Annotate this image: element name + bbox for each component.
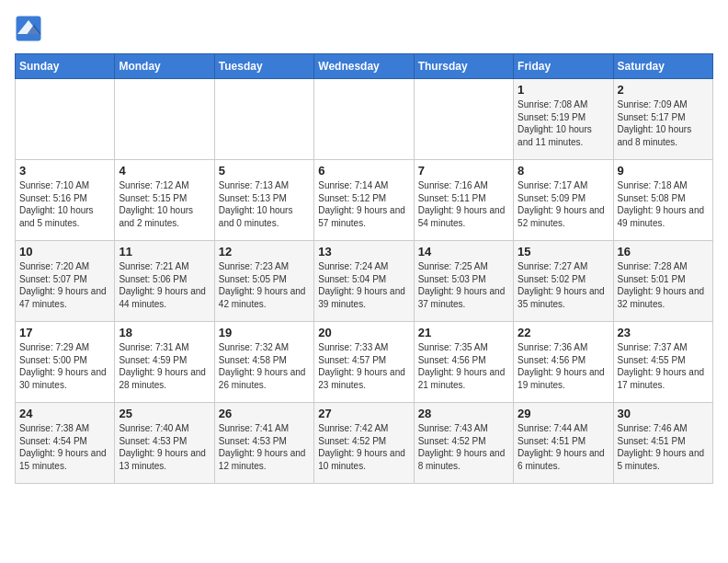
calendar-cell: 28Sunrise: 7:43 AMSunset: 4:52 PMDayligh… xyxy=(414,403,513,484)
day-number: 30 xyxy=(618,407,709,420)
day-info: Sunrise: 7:36 AMSunset: 4:56 PMDaylight:… xyxy=(518,341,609,391)
calendar-body: 1Sunrise: 7:08 AMSunset: 5:19 PMDaylight… xyxy=(16,79,713,484)
calendar-week-1: 1Sunrise: 7:08 AMSunset: 5:19 PMDaylight… xyxy=(16,79,713,160)
calendar-cell: 3Sunrise: 7:10 AMSunset: 5:16 PMDaylight… xyxy=(16,160,115,241)
day-info: Sunrise: 7:13 AMSunset: 5:13 PMDaylight:… xyxy=(219,179,310,229)
day-info: Sunrise: 7:17 AMSunset: 5:09 PMDaylight:… xyxy=(518,179,609,229)
day-number: 10 xyxy=(19,245,110,259)
day-number: 3 xyxy=(19,164,110,178)
day-number: 23 xyxy=(618,326,709,339)
day-header-thursday: Thursday xyxy=(414,54,513,79)
day-info: Sunrise: 7:33 AMSunset: 4:57 PMDaylight:… xyxy=(318,341,409,391)
day-number: 2 xyxy=(618,83,709,97)
day-info: Sunrise: 7:46 AMSunset: 4:51 PMDaylight:… xyxy=(618,422,709,472)
calendar-cell: 13Sunrise: 7:24 AMSunset: 5:04 PMDayligh… xyxy=(314,241,414,322)
logo-icon xyxy=(15,15,42,42)
day-info: Sunrise: 7:43 AMSunset: 4:52 PMDaylight:… xyxy=(418,422,509,472)
day-header-friday: Friday xyxy=(514,54,613,79)
day-info: Sunrise: 7:40 AMSunset: 4:53 PMDaylight:… xyxy=(119,422,210,472)
day-number: 14 xyxy=(418,245,509,259)
calendar-cell: 22Sunrise: 7:36 AMSunset: 4:56 PMDayligh… xyxy=(514,322,613,403)
calendar-cell: 1Sunrise: 7:08 AMSunset: 5:19 PMDaylight… xyxy=(514,79,613,160)
day-number: 27 xyxy=(318,407,409,420)
day-number: 9 xyxy=(618,164,709,178)
calendar-cell: 30Sunrise: 7:46 AMSunset: 4:51 PMDayligh… xyxy=(613,403,712,484)
calendar-cell: 23Sunrise: 7:37 AMSunset: 4:55 PMDayligh… xyxy=(613,322,712,403)
day-info: Sunrise: 7:27 AMSunset: 5:02 PMDaylight:… xyxy=(518,260,609,310)
calendar-table: SundayMondayTuesdayWednesdayThursdayFrid… xyxy=(15,53,713,484)
day-info: Sunrise: 7:28 AMSunset: 5:01 PMDaylight:… xyxy=(618,260,709,310)
day-number: 1 xyxy=(518,83,609,97)
day-header-monday: Monday xyxy=(115,54,214,79)
day-info: Sunrise: 7:21 AMSunset: 5:06 PMDaylight:… xyxy=(119,260,210,310)
day-info: Sunrise: 7:16 AMSunset: 5:11 PMDaylight:… xyxy=(418,179,509,229)
day-info: Sunrise: 7:20 AMSunset: 5:07 PMDaylight:… xyxy=(19,260,110,310)
day-info: Sunrise: 7:25 AMSunset: 5:03 PMDaylight:… xyxy=(418,260,509,310)
calendar-cell xyxy=(214,79,313,160)
day-info: Sunrise: 7:29 AMSunset: 5:00 PMDaylight:… xyxy=(19,341,110,391)
calendar-cell: 14Sunrise: 7:25 AMSunset: 5:03 PMDayligh… xyxy=(414,241,513,322)
day-number: 12 xyxy=(219,245,310,259)
day-number: 20 xyxy=(318,326,409,339)
day-number: 18 xyxy=(119,326,210,339)
calendar-cell: 4Sunrise: 7:12 AMSunset: 5:15 PMDaylight… xyxy=(115,160,214,241)
day-number: 11 xyxy=(119,245,210,259)
day-info: Sunrise: 7:37 AMSunset: 4:55 PMDaylight:… xyxy=(618,341,709,391)
page-header xyxy=(15,15,713,42)
day-number: 5 xyxy=(219,164,310,178)
day-number: 28 xyxy=(418,407,509,420)
calendar-cell: 10Sunrise: 7:20 AMSunset: 5:07 PMDayligh… xyxy=(16,241,115,322)
day-info: Sunrise: 7:38 AMSunset: 4:54 PMDaylight:… xyxy=(19,422,110,472)
day-info: Sunrise: 7:42 AMSunset: 4:52 PMDaylight:… xyxy=(318,422,409,472)
calendar-cell: 11Sunrise: 7:21 AMSunset: 5:06 PMDayligh… xyxy=(115,241,214,322)
day-number: 8 xyxy=(518,164,609,178)
calendar-cell: 6Sunrise: 7:14 AMSunset: 5:12 PMDaylight… xyxy=(314,160,414,241)
day-number: 15 xyxy=(518,245,609,259)
calendar-cell: 16Sunrise: 7:28 AMSunset: 5:01 PMDayligh… xyxy=(613,241,712,322)
day-number: 24 xyxy=(19,407,110,420)
day-number: 25 xyxy=(119,407,210,420)
day-number: 19 xyxy=(219,326,310,339)
day-number: 6 xyxy=(318,164,409,178)
day-number: 7 xyxy=(418,164,509,178)
calendar-week-5: 24Sunrise: 7:38 AMSunset: 4:54 PMDayligh… xyxy=(16,403,713,484)
calendar-cell: 7Sunrise: 7:16 AMSunset: 5:11 PMDaylight… xyxy=(414,160,513,241)
day-info: Sunrise: 7:09 AMSunset: 5:17 PMDaylight:… xyxy=(618,98,709,148)
calendar-cell: 8Sunrise: 7:17 AMSunset: 5:09 PMDaylight… xyxy=(514,160,613,241)
day-number: 26 xyxy=(219,407,310,420)
calendar-cell: 15Sunrise: 7:27 AMSunset: 5:02 PMDayligh… xyxy=(514,241,613,322)
day-info: Sunrise: 7:24 AMSunset: 5:04 PMDaylight:… xyxy=(318,260,409,310)
day-info: Sunrise: 7:44 AMSunset: 4:51 PMDaylight:… xyxy=(518,422,609,472)
day-number: 16 xyxy=(618,245,709,259)
calendar-cell xyxy=(414,79,513,160)
calendar-cell xyxy=(115,79,214,160)
calendar-cell: 26Sunrise: 7:41 AMSunset: 4:53 PMDayligh… xyxy=(214,403,313,484)
calendar-week-3: 10Sunrise: 7:20 AMSunset: 5:07 PMDayligh… xyxy=(16,241,713,322)
day-header-tuesday: Tuesday xyxy=(214,54,313,79)
calendar-cell: 5Sunrise: 7:13 AMSunset: 5:13 PMDaylight… xyxy=(214,160,313,241)
day-info: Sunrise: 7:31 AMSunset: 4:59 PMDaylight:… xyxy=(119,341,210,391)
day-number: 21 xyxy=(418,326,509,339)
calendar-cell: 17Sunrise: 7:29 AMSunset: 5:00 PMDayligh… xyxy=(16,322,115,403)
calendar-cell: 21Sunrise: 7:35 AMSunset: 4:56 PMDayligh… xyxy=(414,322,513,403)
calendar-cell: 27Sunrise: 7:42 AMSunset: 4:52 PMDayligh… xyxy=(314,403,414,484)
day-number: 13 xyxy=(318,245,409,259)
day-number: 17 xyxy=(19,326,110,339)
calendar-cell xyxy=(314,79,414,160)
calendar-header-row: SundayMondayTuesdayWednesdayThursdayFrid… xyxy=(16,54,713,79)
day-header-saturday: Saturday xyxy=(613,54,712,79)
day-info: Sunrise: 7:14 AMSunset: 5:12 PMDaylight:… xyxy=(318,179,409,229)
calendar-cell: 20Sunrise: 7:33 AMSunset: 4:57 PMDayligh… xyxy=(314,322,414,403)
calendar-cell: 9Sunrise: 7:18 AMSunset: 5:08 PMDaylight… xyxy=(613,160,712,241)
calendar-cell: 18Sunrise: 7:31 AMSunset: 4:59 PMDayligh… xyxy=(115,322,214,403)
calendar-cell: 24Sunrise: 7:38 AMSunset: 4:54 PMDayligh… xyxy=(16,403,115,484)
day-info: Sunrise: 7:35 AMSunset: 4:56 PMDaylight:… xyxy=(418,341,509,391)
calendar-week-4: 17Sunrise: 7:29 AMSunset: 5:00 PMDayligh… xyxy=(16,322,713,403)
day-info: Sunrise: 7:10 AMSunset: 5:16 PMDaylight:… xyxy=(19,179,110,229)
day-info: Sunrise: 7:12 AMSunset: 5:15 PMDaylight:… xyxy=(119,179,210,229)
day-number: 29 xyxy=(518,407,609,420)
day-number: 4 xyxy=(119,164,210,178)
day-info: Sunrise: 7:41 AMSunset: 4:53 PMDaylight:… xyxy=(219,422,310,472)
day-header-sunday: Sunday xyxy=(16,54,115,79)
logo xyxy=(15,15,46,42)
